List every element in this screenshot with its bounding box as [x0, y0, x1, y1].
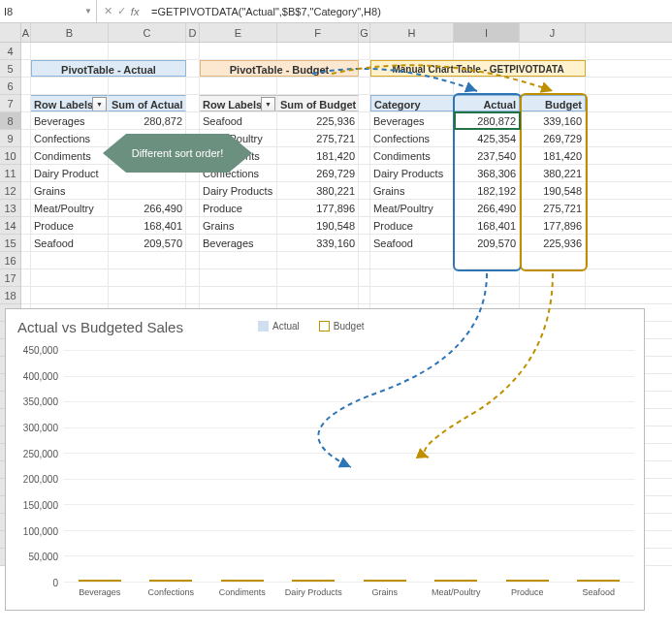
column-header[interactable]: J: [520, 23, 586, 42]
table-row[interactable]: Meat/Poultry 266,490 Produce 177,896 Mea…: [21, 200, 672, 217]
select-all-corner[interactable]: [0, 23, 21, 42]
filter-dropdown-icon[interactable]: ▼: [261, 97, 275, 111]
x-axis-label: Produce: [492, 582, 563, 597]
formula-input[interactable]: =GETPIVOTDATA("Actual",$B$7,"Category",H…: [145, 6, 672, 17]
column-header[interactable]: A: [21, 23, 31, 42]
chart-legend: Actual Budget: [258, 321, 365, 332]
table-header[interactable]: Budget: [520, 95, 586, 111]
row-header[interactable]: 18: [0, 287, 20, 304]
pivot-actual-title[interactable]: PivotTable - Actual: [31, 60, 186, 77]
row-header[interactable]: 4: [0, 43, 20, 60]
pivot-header[interactable]: Sum of Actual: [109, 95, 186, 111]
column-header[interactable]: F: [277, 23, 359, 42]
callout-text: Different sort order!: [126, 134, 229, 173]
column-headers: A B C D E F G H I J: [0, 23, 672, 43]
y-axis: 050,000100,000150,000200,000250,000300,0…: [16, 350, 62, 583]
x-axis-label: Dairy Products: [278, 582, 350, 597]
row-header[interactable]: 12: [0, 182, 20, 200]
formula-bar-buttons: ✕ ✓ fx: [97, 5, 145, 17]
manual-table-title[interactable]: Manual Chart Table - GETPIVOTDATA: [370, 60, 586, 77]
column-header[interactable]: B: [31, 23, 109, 42]
row-header[interactable]: 17: [0, 269, 20, 287]
row-header[interactable]: 7: [0, 95, 20, 112]
row-header[interactable]: 15: [0, 235, 20, 252]
row-header[interactable]: 6: [0, 78, 20, 95]
pivot-header[interactable]: Sum of Budget: [277, 95, 359, 111]
accept-icon[interactable]: ✓: [117, 5, 126, 17]
row-header[interactable]: 14: [0, 217, 20, 235]
plot-area: BeveragesConfectionsCondimentsDairy Prod…: [64, 350, 634, 583]
formula-bar: I8 ▼ ✕ ✓ fx =GETPIVOTDATA("Actual",$B$7,…: [0, 0, 672, 23]
x-axis-label: Condiments: [207, 582, 278, 597]
callout-arrow: Different sort order!: [126, 134, 229, 173]
chevron-down-icon[interactable]: ▼: [84, 7, 92, 16]
x-axis-label: Grains: [349, 582, 421, 597]
row-header[interactable]: 9: [0, 130, 20, 147]
name-box[interactable]: I8 ▼: [0, 0, 97, 22]
column-header[interactable]: E: [200, 23, 277, 42]
pivot-header[interactable]: Row Labels▼: [31, 95, 109, 111]
column-header[interactable]: H: [370, 23, 454, 42]
row-header[interactable]: 13: [0, 200, 20, 217]
table-header[interactable]: Category: [370, 95, 454, 111]
chart[interactable]: Actual vs Budgeted Sales Actual Budget 0…: [5, 308, 645, 611]
table-row[interactable]: Grains Dairy Products 380,221 Grains 182…: [21, 182, 672, 200]
column-header[interactable]: C: [109, 23, 186, 42]
pivot-header[interactable]: Row Labels▼: [200, 95, 277, 111]
filter-dropdown-icon[interactable]: ▼: [92, 97, 107, 111]
x-axis-label: Meat/Poultry: [421, 582, 493, 597]
x-axis-label: Seafood: [563, 582, 635, 597]
column-header[interactable]: I: [454, 23, 520, 42]
legend-swatch-actual: [258, 321, 269, 332]
row-header[interactable]: 11: [0, 165, 20, 182]
column-header[interactable]: G: [359, 23, 370, 42]
legend-swatch-budget: [319, 321, 330, 332]
cell-reference: I8: [4, 6, 13, 17]
row-header[interactable]: 10: [0, 147, 20, 165]
cancel-icon[interactable]: ✕: [104, 5, 112, 17]
row-header[interactable]: 5: [0, 60, 20, 78]
column-header[interactable]: D: [186, 23, 200, 42]
x-axis-label: Confections: [136, 582, 208, 597]
x-axis-label: Beverages: [64, 582, 136, 597]
table-row[interactable]: Beverages 280,872 Seafood 225,936 Bevera…: [21, 112, 672, 130]
fx-icon[interactable]: fx: [131, 6, 140, 17]
row-header[interactable]: 16: [0, 252, 20, 269]
table-header[interactable]: Actual: [454, 95, 520, 111]
table-row[interactable]: Produce 168,401 Grains 190,548 Produce 1…: [21, 217, 672, 235]
row-header[interactable]: 8: [0, 112, 20, 130]
table-row[interactable]: Seafood 209,570 Beverages 339,160 Seafoo…: [21, 235, 672, 252]
pivot-budget-title[interactable]: PivotTable - Budget: [200, 60, 359, 77]
